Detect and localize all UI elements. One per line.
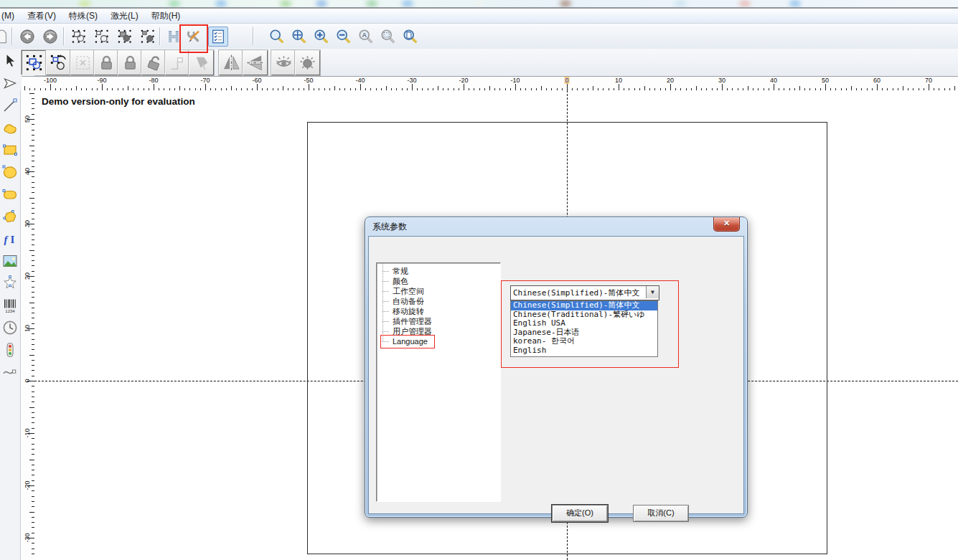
tree-item--[interactable]: 常规 — [377, 266, 500, 276]
v-ruler-label: -10 — [24, 426, 31, 440]
tree-item--[interactable]: 颜色 — [377, 276, 500, 286]
unlock-icon[interactable] — [141, 50, 166, 75]
lock-horizontal-icon[interactable] — [94, 50, 119, 75]
menu-item-3[interactable]: 激光(L) — [104, 9, 145, 24]
zoom-pan-icon[interactable] — [289, 27, 309, 47]
clock-tool-icon[interactable] — [1, 318, 19, 337]
system-settings-icon[interactable] — [184, 27, 204, 47]
zoom-all-icon[interactable]: A — [356, 27, 376, 47]
ellipse-tool-icon[interactable] — [1, 163, 19, 181]
tree-item-label: 插件管理器 — [393, 317, 432, 326]
h-ruler-label: 60 — [873, 77, 880, 84]
v-ruler-label: 10 — [24, 321, 31, 336]
cancel-button[interactable]: 取消(C) — [633, 505, 689, 522]
barcode-tool-icon[interactable]: 1234 — [1, 296, 19, 315]
dialog-body: 常规颜色工作空间自动备份移动旋转插件管理器用户管理器Language Chine… — [368, 236, 744, 514]
ok-button[interactable]: 确定(O) — [552, 505, 608, 522]
h-ruler-label: -20 — [459, 77, 468, 84]
zoom-in-icon[interactable] — [311, 27, 332, 47]
select-icon[interactable] — [22, 50, 47, 75]
menu-item-4[interactable]: 帮助(H) — [145, 9, 187, 24]
zoom-icon[interactable] — [267, 27, 287, 47]
chevron-down-icon[interactable]: ▼ — [646, 286, 659, 298]
demo-watermark: Demo version-only for evaluation — [42, 96, 195, 107]
tree-item--[interactable]: 移动旋转 — [377, 306, 500, 316]
zoom-page-icon[interactable] — [400, 27, 421, 47]
h-ruler-label: 20 — [667, 77, 674, 84]
v-ruler-label: 40 — [24, 164, 31, 179]
polygon-tool-icon[interactable] — [1, 207, 19, 226]
close-icon[interactable]: ✕ — [713, 217, 740, 232]
preview-hide-icon[interactable] — [295, 50, 320, 75]
tree-item-language[interactable]: Language — [377, 336, 500, 346]
tree-item-label: 自动备份 — [393, 297, 424, 305]
language-item-annotation — [380, 335, 435, 348]
desktop-icon-blur — [402, 0, 413, 7]
line-tool-icon[interactable] — [1, 96, 19, 115]
image-tool-icon[interactable] — [1, 252, 19, 270]
desktop-icon-blur — [560, 0, 571, 7]
zoom-out-icon[interactable] — [334, 27, 354, 47]
connector-tool-icon[interactable] — [1, 363, 19, 381]
hatch-icon[interactable] — [164, 27, 184, 47]
lock-vertical-icon[interactable] — [118, 50, 143, 75]
rectangle-tool-icon[interactable] — [1, 141, 19, 159]
v-ruler-label: 30 — [24, 217, 31, 231]
language-option-4[interactable]: korean- 한국어 — [511, 337, 657, 346]
desktop-icon-blur — [169, 0, 180, 7]
select-cursor-icon[interactable] — [1, 52, 19, 70]
preview-show-icon[interactable] — [271, 50, 296, 75]
language-option-5[interactable]: English — [511, 346, 657, 356]
h-ruler-label: -90 — [97, 77, 106, 84]
snap-corner-icon[interactable] — [165, 50, 190, 75]
break-icon[interactable] — [138, 27, 158, 47]
h-ruler-label: -30 — [407, 77, 416, 84]
language-option-2[interactable]: English USA — [511, 319, 657, 328]
tree-item--[interactable]: 插件管理器 — [377, 316, 500, 326]
tree-item-label: 移动旋转 — [393, 307, 424, 315]
rotate-icon[interactable] — [46, 50, 71, 75]
document-icon[interactable] — [0, 27, 11, 47]
text-tool-icon[interactable]: fI — [1, 229, 19, 248]
weld-icon[interactable] — [115, 27, 135, 47]
pick-corner-icon[interactable] — [189, 50, 214, 75]
desktop-icon-blur — [675, 0, 686, 7]
h-ruler-label: 10 — [615, 77, 622, 84]
object-properties-icon[interactable] — [208, 27, 228, 47]
language-combobox[interactable]: Chinese(Simplified)-简体中文 ▼ — [510, 285, 659, 300]
zoom-selection-icon[interactable] — [378, 27, 398, 47]
desktop-icon-blur — [215, 0, 227, 7]
node-edit-icon[interactable] — [1, 74, 19, 92]
delete-node-icon[interactable] — [70, 50, 95, 75]
tree-item--[interactable]: 自动备份 — [377, 296, 500, 306]
tree-item--[interactable]: 工作空间 — [377, 286, 500, 296]
menu-item-1[interactable]: 查看(V) — [21, 9, 62, 24]
menu-item-2[interactable]: 特殊(S) — [62, 9, 104, 24]
curve-tool-icon[interactable] — [1, 118, 19, 137]
drawing-tool-palette: fI1234 — [0, 49, 21, 560]
v-ruler-label: 0 — [24, 374, 31, 388]
language-option-0[interactable]: Chinese(Simplified)-简体中文 — [511, 301, 657, 310]
toolbar-separator — [159, 27, 160, 45]
desktop-icon-blur — [280, 0, 291, 7]
ungroup-icon[interactable] — [92, 27, 112, 47]
menu-item-0[interactable]: (M) — [0, 9, 21, 22]
transform-toolbar — [20, 49, 958, 76]
desktop-icon-blur — [739, 0, 751, 7]
mirror-vertical-icon[interactable] — [243, 50, 268, 75]
group-icon[interactable] — [69, 27, 89, 47]
traffic-light-tool-icon[interactable] — [1, 341, 19, 359]
h-ruler-label: -50 — [304, 77, 313, 84]
h-ruler-label: -60 — [252, 77, 261, 84]
h-ruler-label: -70 — [200, 77, 210, 84]
mirror-horizontal-icon[interactable] — [219, 50, 244, 75]
rounded-shape-tool-icon[interactable] — [1, 185, 19, 204]
v-ruler-label: -30 — [24, 531, 31, 545]
application-window: (M)查看(V)特殊(S)激光(L)帮助(H) A fI1234 -100-90… — [0, 0, 958, 560]
main-toolbar: A — [0, 24, 958, 49]
forward-icon[interactable] — [40, 27, 60, 47]
star-tool-icon[interactable] — [1, 274, 19, 293]
back-icon[interactable] — [17, 27, 37, 47]
desktop-icon-blur — [474, 0, 485, 7]
toolbar-separator — [63, 27, 64, 45]
